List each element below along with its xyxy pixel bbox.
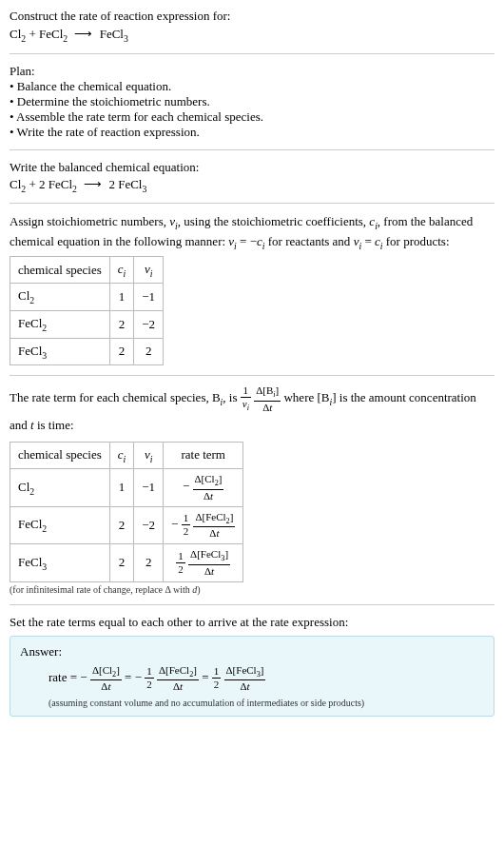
ans-frac-cl2: Δ[Cl2] Δt [90, 665, 122, 692]
rate-r2-sp: FeCl2 [10, 506, 110, 543]
eq2-fecl2-sub: 2 [72, 183, 77, 193]
rate-r2-num: Δ[FeCl2] [193, 512, 235, 527]
answer-box: Answer: rate = − Δ[Cl2] Δt = − 1 2 Δ[FeC… [10, 636, 494, 717]
rate-r1-br: ] [219, 473, 223, 484]
rate-r2-half-d: 2 [182, 525, 191, 537]
ans-fecl3-t: t [247, 680, 250, 692]
ans-fecl3-num: Δ[FeCl3] [224, 665, 266, 680]
rate-frac-2: Δ[Bi] Δt [254, 385, 281, 412]
stoich-r2-sp: FeCl2 [10, 311, 110, 339]
stoich-r3-sp: FeCl3 [10, 338, 110, 365]
rate-r1-n: −1 [134, 469, 164, 506]
table-row: chemical species ci νi rate term [10, 442, 243, 469]
table-row: FeCl2 2 −2 [10, 311, 164, 339]
rate-r2-n: −2 [134, 506, 164, 543]
rate-r3-half-n: 1 [176, 551, 185, 563]
ans-eq2: = [202, 670, 212, 684]
ans-fecl3-dd: Δ [240, 680, 246, 692]
stoich-intro: Assign stoichiometric numbers, νi, using… [10, 213, 494, 251]
stoich-eq2-mid: = [361, 234, 375, 248]
final-section: Set the rate terms equal to each other t… [10, 615, 494, 717]
ans-fecl2-dd: Δ [173, 680, 180, 692]
eq2-plus: + 2 [26, 177, 48, 191]
rate-r2-half-n: 1 [182, 513, 191, 525]
stoich-r1-sub: 2 [29, 295, 34, 305]
rate-r1-num: Δ[Cl2] [193, 474, 224, 489]
rate-intro-c: where [B [283, 390, 329, 404]
rate-r1-den: Δt [193, 490, 224, 502]
stoich-h2: ci [109, 256, 134, 284]
stoich-h3-sub: i [150, 267, 153, 278]
eq1-fecl3-sub: 3 [124, 33, 128, 44]
stoich-r2-name: FeCl [18, 316, 42, 330]
rate-h2: ci [109, 442, 134, 469]
stoich-r3-name: FeCl [18, 344, 42, 358]
stoich-h1: chemical species [10, 256, 110, 284]
stoich-r2-n: −2 [134, 311, 164, 339]
rate-frac1-nu-sub: i [247, 403, 249, 412]
eq1-cl2: Cl [10, 27, 21, 41]
prompt-section: Construct the rate of reaction expressio… [10, 8, 494, 44]
eq2-cl2: Cl [10, 177, 21, 191]
rate-r1-c: 1 [109, 469, 134, 506]
rate-frac2-t: t [269, 402, 272, 413]
divider-5 [10, 604, 494, 605]
rate-r3-sub: 3 [42, 561, 47, 571]
rate-r2-sub: 2 [42, 523, 47, 534]
rate-r3-den: Δt [188, 565, 230, 577]
rate-r2-name: FeCl [18, 517, 42, 531]
plan-bullet-1: • Balance the chemical equation. [10, 79, 494, 94]
ans-cl2-den: Δt [90, 680, 122, 692]
rate-r3-term: 1 2 Δ[FeCl3] Δt [164, 544, 243, 581]
stoich-r1-c: 1 [109, 284, 134, 311]
rate-frac2-num: Δ[Bi] [254, 385, 281, 401]
stoich-intro-a: Assign stoichiometric numbers, [10, 214, 169, 228]
answer-note: (assuming constant volume and no accumul… [20, 698, 484, 708]
rate-frac2-bb: [B [262, 384, 273, 396]
stoich-section: Assign stoichiometric numbers, νi, using… [10, 213, 494, 365]
rate-frac2-den: Δt [254, 402, 281, 413]
rate-r3-num: Δ[FeCl3] [188, 549, 230, 564]
divider-1 [10, 53, 494, 54]
ans-half1-n: 1 [145, 666, 154, 679]
rate-r1-sp: Cl2 [10, 469, 110, 506]
rate-intro-a: The rate term for each chemical species,… [10, 390, 221, 404]
rate-intro-b: , is [223, 390, 240, 404]
stoich-table: chemical species ci νi Cl2 1 −1 FeCl2 2 … [10, 256, 164, 365]
unbalanced-equation: Cl2 + FeCl2 ⟶ FeCl3 [10, 27, 494, 44]
rate-table: chemical species ci νi rate term Cl2 1 −… [10, 442, 243, 582]
balanced-title: Write the balanced chemical equation: [10, 160, 494, 175]
eq2-fecl3: FeCl [118, 177, 142, 191]
ans-half2-d: 2 [212, 679, 222, 690]
divider-3 [10, 203, 494, 204]
rate-r3-br: ] [224, 548, 228, 560]
stoich-r3-n: 2 [134, 338, 164, 365]
rate-frac2-bb2: ] [276, 384, 280, 396]
stoich-r2-c: 2 [109, 311, 134, 339]
ans-half-1: 1 2 [145, 666, 154, 690]
stoich-intro-e: for products: [382, 234, 449, 248]
rate-intro-e: is time: [34, 418, 74, 432]
eq1-plus: + [26, 27, 39, 41]
stoich-r1-n: −1 [134, 284, 164, 311]
stoich-r1-sp: Cl2 [10, 284, 110, 311]
stoich-intro-b: , using the stoichiometric coefficients, [178, 214, 370, 228]
stoich-intro-d: for reactants and [265, 234, 354, 248]
ans-rate: rate = − [48, 670, 87, 684]
ans-cl2-br: ] [116, 664, 120, 676]
ans-frac-fecl3: Δ[FeCl3] Δt [224, 665, 266, 692]
ans-fecl3-den: Δt [224, 680, 266, 692]
rate-r2-frac: Δ[FeCl2] Δt [193, 512, 235, 539]
ans-cl2-d: Δ[Cl [92, 664, 112, 676]
rate-r2-c: 2 [109, 506, 134, 543]
rate-r3-dc: Δ[FeCl [190, 548, 221, 560]
rate-r2-dc: Δ[FeCl [195, 511, 225, 522]
stoich-r3-sub: 3 [42, 349, 47, 360]
divider-4 [10, 375, 494, 376]
rate-r3-name: FeCl [18, 555, 42, 569]
rate-r1-dd: Δ [204, 490, 210, 502]
eq1-arrow: ⟶ [74, 27, 92, 42]
ans-fecl2-br: ] [193, 664, 197, 676]
ans-half-2: 1 2 [212, 666, 222, 690]
rate-r3-sp: FeCl3 [10, 544, 110, 581]
